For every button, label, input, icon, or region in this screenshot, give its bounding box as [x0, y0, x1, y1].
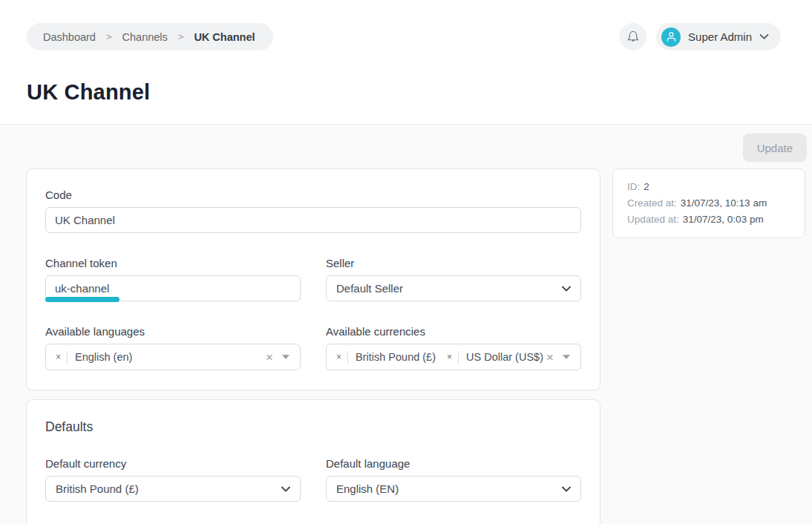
breadcrumb-separator-icon: >: [178, 31, 184, 42]
available-currencies-label: Available currencies: [326, 325, 581, 338]
default-currency-label: Default currency: [45, 457, 301, 470]
user-icon: [666, 31, 677, 42]
avatar: [661, 27, 681, 47]
dropdown-caret-icon: [282, 355, 289, 359]
token-highlight-bar: [45, 297, 119, 302]
currency-chip: × British Pound (£): [336, 351, 436, 364]
language-chip: × English (en): [56, 351, 132, 364]
notifications-button[interactable]: [619, 23, 646, 50]
breadcrumb-item-channels[interactable]: Channels: [122, 31, 168, 43]
top-header: Dashboard > Channels > UK Channel: [0, 0, 812, 125]
currencies-multiselect[interactable]: × British Pound (£) × US Dollar (US$): [326, 344, 581, 370]
defaults-title: Defaults: [45, 419, 581, 435]
topbar: Dashboard > Channels > UK Channel: [27, 23, 781, 50]
info-label: ID:: [627, 179, 640, 195]
info-label: Created at:: [627, 195, 677, 212]
code-input[interactable]: [45, 207, 581, 233]
info-row-id: ID: 2: [627, 179, 790, 195]
defaults-card: Defaults Default currency British Pound …: [26, 399, 600, 524]
breadcrumb: Dashboard > Channels > UK Channel: [27, 23, 273, 50]
currency-chip: × US Dollar (US$): [447, 351, 543, 364]
info-value: 31/07/23, 10:13 am: [681, 195, 767, 212]
chip-label: US Dollar (US$): [459, 351, 543, 363]
default-language-value: English (EN): [336, 482, 399, 495]
actions-row: Update: [0, 125, 812, 162]
breadcrumb-separator-icon: >: [106, 31, 112, 42]
seller-label: Seller: [326, 257, 581, 269]
clear-all-icon[interactable]: ×: [546, 351, 554, 364]
default-language-label: Default language: [326, 457, 581, 470]
available-languages-label: Available languages: [45, 325, 301, 338]
info-label: Updated at:: [627, 212, 679, 228]
breadcrumb-item-dashboard[interactable]: Dashboard: [43, 31, 96, 43]
page-title: UK Channel: [27, 80, 781, 105]
breadcrumb-item-current: UK Channel: [194, 31, 255, 43]
info-row-created: Created at: 31/07/23, 10:13 am: [627, 195, 790, 212]
chip-label: British Pound (£): [348, 351, 436, 363]
info-value: 2: [644, 179, 649, 195]
chip-remove-icon[interactable]: ×: [56, 353, 67, 361]
topbar-right: Super Admin: [619, 23, 781, 50]
channel-token-label: Channel token: [45, 257, 301, 269]
default-currency-value: British Pound (£): [56, 482, 139, 495]
default-language-select[interactable]: English (EN): [326, 476, 581, 502]
languages-multiselect[interactable]: × English (en) ×: [45, 344, 301, 370]
select-chevron-icon: [562, 286, 571, 292]
info-row-updated: Updated at: 31/07/23, 0:03 pm: [627, 212, 790, 228]
dropdown-caret-icon: [563, 355, 570, 359]
chevron-down-icon: [759, 33, 769, 40]
default-currency-select[interactable]: British Pound (£): [45, 476, 301, 502]
info-card: ID: 2 Created at: 31/07/23, 10:13 am Upd…: [612, 168, 805, 238]
chip-label: English (en): [68, 351, 132, 363]
clear-all-icon[interactable]: ×: [266, 351, 273, 364]
seller-select[interactable]: Default Seller: [326, 275, 581, 301]
code-label: Code: [45, 189, 581, 201]
info-value: 31/07/23, 0:03 pm: [683, 212, 764, 228]
seller-select-value: Default Seller: [336, 282, 403, 295]
user-menu[interactable]: Super Admin: [656, 23, 781, 50]
channel-card: Code Channel token Seller Defa: [26, 168, 600, 390]
select-chevron-icon: [281, 486, 290, 492]
user-name: Super Admin: [688, 30, 752, 43]
update-button[interactable]: Update: [743, 134, 807, 162]
chip-remove-icon[interactable]: ×: [336, 353, 347, 361]
main-content: Update Code Channel token: [0, 125, 812, 524]
select-chevron-icon: [562, 486, 571, 492]
bell-icon: [626, 30, 640, 44]
chip-remove-icon[interactable]: ×: [447, 353, 458, 361]
